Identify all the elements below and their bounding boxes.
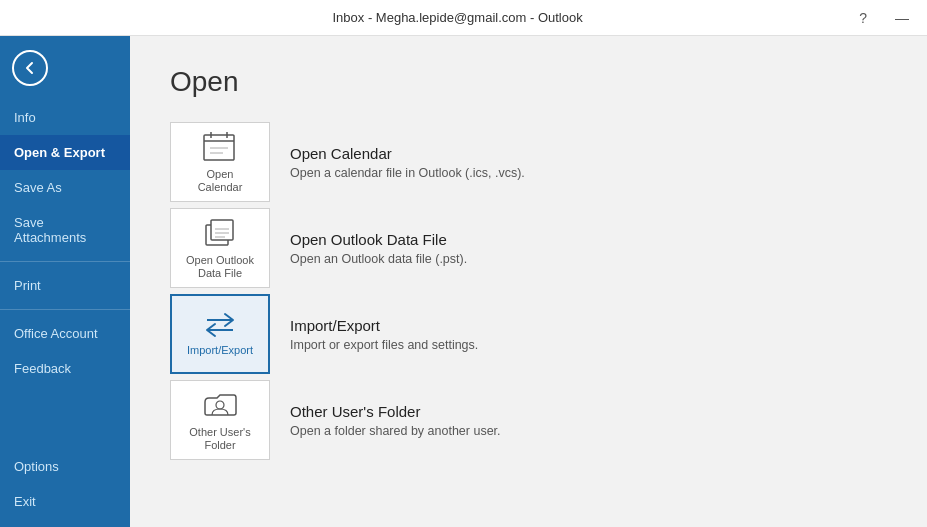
sidebar-item-info[interactable]: Info [0,100,130,135]
sidebar-item-save-attachments[interactable]: Save Attachments [0,205,130,255]
option-row-open-calendar: OpenCalendar Open Calendar Open a calend… [170,122,887,202]
sidebar-item-options[interactable]: Options [0,449,130,484]
sidebar-item-print[interactable]: Print [0,268,130,303]
sidebar-item-open-export[interactable]: Open & Export [0,135,130,170]
main-content: Open OpenCalendar Open Calendar [130,36,927,527]
other-users-folder-heading: Other User's Folder [290,403,501,420]
page-title: Open [170,66,887,98]
option-row-open-outlook-data-file: Open OutlookData File Open Outlook Data … [170,208,887,288]
other-users-folder-description: Open a folder shared by another user. [290,424,501,438]
minimize-button[interactable]: — [889,8,915,28]
open-calendar-icon-label: OpenCalendar [198,168,243,194]
other-users-folder-button[interactable]: Other User'sFolder [170,380,270,460]
options-list: OpenCalendar Open Calendar Open a calend… [170,122,887,460]
title-bar: Inbox - Megha.lepide@gmail.com - Outlook… [0,0,927,36]
open-outlook-data-file-button[interactable]: Open OutlookData File [170,208,270,288]
import-export-text: Import/Export Import or export files and… [270,317,478,352]
sidebar-item-feedback[interactable]: Feedback [0,351,130,386]
other-users-folder-text: Other User's Folder Open a folder shared… [270,403,501,438]
open-outlook-data-file-text: Open Outlook Data File Open an Outlook d… [270,231,467,266]
import-export-heading: Import/Export [290,317,478,334]
back-icon [12,50,48,86]
open-outlook-data-file-heading: Open Outlook Data File [290,231,467,248]
import-export-description: Import or export files and settings. [290,338,478,352]
back-button[interactable] [8,46,52,90]
title-bar-text: Inbox - Megha.lepide@gmail.com - Outlook [62,10,853,25]
import-export-icon-label: Import/Export [187,344,253,357]
help-button[interactable]: ? [853,8,873,28]
open-outlook-data-file-description: Open an Outlook data file (.pst). [290,252,467,266]
other-users-folder-icon-label: Other User'sFolder [189,426,250,452]
sidebar-nav: Info Open & Export Save As Save Attachme… [0,96,130,449]
open-outlook-data-file-icon-label: Open OutlookData File [186,254,254,280]
sidebar-divider-2 [0,309,130,310]
sidebar-divider-1 [0,261,130,262]
sidebar-item-office-account[interactable]: Office Account [0,316,130,351]
open-calendar-button[interactable]: OpenCalendar [170,122,270,202]
sidebar: Info Open & Export Save As Save Attachme… [0,36,130,527]
app-body: Info Open & Export Save As Save Attachme… [0,36,927,527]
sidebar-item-save-as[interactable]: Save As [0,170,130,205]
sidebar-item-exit[interactable]: Exit [0,484,130,519]
open-calendar-description: Open a calendar file in Outlook (.ics, .… [290,166,525,180]
option-row-import-export: Import/Export Import/Export Import or ex… [170,294,887,374]
import-export-button[interactable]: Import/Export [170,294,270,374]
sidebar-bottom: Options Exit [0,449,130,527]
open-calendar-text: Open Calendar Open a calendar file in Ou… [270,145,525,180]
open-calendar-heading: Open Calendar [290,145,525,162]
title-bar-controls: ? — [853,8,915,28]
option-row-other-users-folder: Other User'sFolder Other User's Folder O… [170,380,887,460]
